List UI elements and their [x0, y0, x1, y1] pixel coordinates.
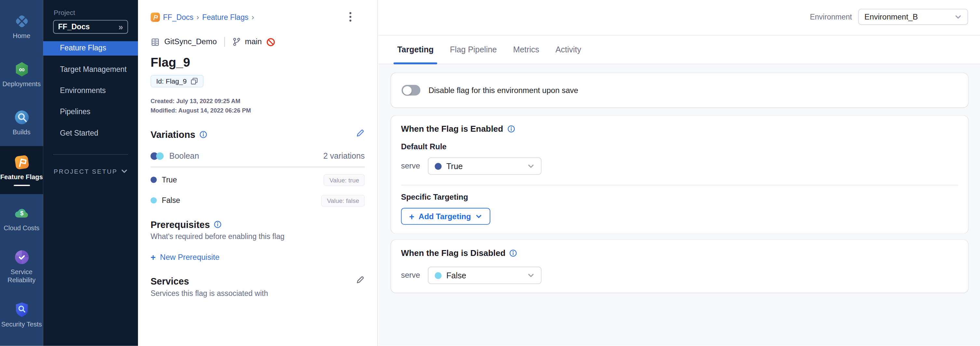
- git-sync-blocked-icon: [266, 37, 275, 46]
- edit-services-button[interactable]: [355, 275, 365, 287]
- serve-enabled-value: True: [446, 161, 463, 171]
- sidebar-item-pipelines[interactable]: Pipelines: [43, 105, 138, 119]
- environment-selected-value: Environment_B: [864, 12, 918, 21]
- svg-text:∞: ∞: [19, 64, 24, 73]
- variation-false-dot: [434, 272, 441, 279]
- rail-item-cloud-costs[interactable]: $ Cloud Costs: [0, 194, 43, 242]
- variation-type-row: Boolean 2 variations: [151, 151, 365, 160]
- specific-targeting-label: Specific Targeting: [401, 193, 958, 202]
- disabled-serve-row: serve False: [401, 267, 958, 284]
- sidebar-item-feature-flags[interactable]: Feature Flags: [43, 41, 138, 56]
- pencil-icon: [355, 275, 365, 285]
- service-reliability-icon: [13, 249, 30, 265]
- breadcrumb-separator: ›: [251, 13, 254, 21]
- deployments-icon: ∞: [13, 61, 30, 77]
- services-title: Services: [151, 276, 189, 286]
- sidebar-item-environments[interactable]: Environments: [43, 84, 138, 98]
- breadcrumb: FF_Docs › Feature Flags ›: [151, 12, 365, 22]
- active-module-underline: [13, 185, 30, 186]
- targeting-pane: Environment Environment_B Targeting Flag…: [379, 0, 980, 346]
- rail-item-service-reliability[interactable]: Service Reliability: [0, 242, 43, 290]
- project-nav-items: Feature Flags Target Management Environm…: [43, 41, 138, 140]
- rail-item-builds[interactable]: Builds: [0, 98, 43, 146]
- variation-name: False: [162, 196, 180, 205]
- environment-select[interactable]: Environment_B: [858, 9, 968, 25]
- chevron-down-icon: [476, 213, 482, 220]
- flag-enabled-title: When the Flag is Enabled: [401, 124, 503, 134]
- git-branch-icon: [232, 37, 240, 46]
- rail-item-deployments[interactable]: ∞ Deployments: [0, 50, 43, 98]
- variation-row-true: True Value: true: [151, 174, 365, 186]
- chevron-down-icon: [527, 271, 534, 279]
- module-rail: Home ∞ Deployments Builds Feature Flags …: [0, 0, 43, 346]
- breadcrumb-project-link[interactable]: FF_Docs: [163, 13, 193, 21]
- project-setup-label: PROJECT SETUP: [54, 167, 118, 174]
- tab-targeting[interactable]: Targeting: [397, 35, 434, 64]
- default-rule-label: Default Rule: [401, 143, 958, 151]
- info-icon[interactable]: [214, 221, 222, 229]
- copy-icon[interactable]: [190, 78, 198, 85]
- repository-icon: [151, 37, 160, 46]
- sidebar-item-target-management[interactable]: Target Management: [43, 62, 138, 77]
- variations-title: Variations: [151, 129, 196, 140]
- environment-header: Environment Environment_B: [379, 0, 980, 35]
- services-subtitle: Services this flag is associated with: [151, 289, 365, 298]
- variation-value-badge: Value: false: [321, 194, 365, 206]
- git-repo-name[interactable]: GitSync_Demo: [164, 37, 217, 46]
- divider: [224, 37, 225, 47]
- project-setup-toggle[interactable]: PROJECT SETUP: [54, 167, 128, 175]
- flag-enabled-card: When the Flag is Enabled Default Rule se…: [391, 116, 968, 233]
- sidebar-item-get-started[interactable]: Get Started: [43, 126, 138, 140]
- serve-enabled-select[interactable]: True: [428, 157, 541, 175]
- disable-flag-card: Disable flag for this environment upon s…: [391, 73, 968, 108]
- svg-text:$: $: [20, 210, 23, 216]
- created-date: Created: July 13, 2022 09:25 AM: [151, 96, 365, 106]
- divider: [151, 167, 365, 167]
- flag-disabled-header: When the Flag is Disabled: [401, 248, 958, 258]
- variation-false-dot: [151, 197, 157, 203]
- info-icon[interactable]: [199, 130, 207, 138]
- rail-item-security-tests[interactable]: Security Tests: [0, 290, 43, 338]
- rail-label: Cloud Costs: [3, 224, 39, 231]
- edit-variations-button[interactable]: [355, 129, 365, 140]
- variation-type-label: Boolean: [169, 151, 199, 160]
- rail-label: Security Tests: [1, 320, 42, 327]
- breadcrumb-separator: ›: [197, 13, 199, 21]
- project-sidebar: Project FF_Docs » Feature Flags Target M…: [43, 0, 138, 346]
- add-targeting-label: Add Targeting: [419, 212, 471, 221]
- flag-id-badge: Id: Flag_9: [151, 75, 204, 87]
- breadcrumb-section-link[interactable]: Feature Flags: [202, 13, 248, 21]
- rail-label: Service Reliability: [3, 268, 40, 284]
- project-selector[interactable]: FF_Docs »: [53, 20, 128, 33]
- project-name: FF_Docs: [58, 22, 90, 31]
- flag-options-menu-button[interactable]: [346, 11, 355, 24]
- flag-id-label: Id: Flag_9: [156, 78, 187, 85]
- disable-flag-toggle[interactable]: [401, 85, 420, 95]
- disable-flag-label: Disable flag for this environment upon s…: [428, 86, 578, 95]
- flag-tabs: Targeting Flag Pipeline Metrics Activity: [379, 35, 980, 64]
- rail-item-feature-flags[interactable]: Feature Flags: [0, 146, 43, 194]
- tab-metrics[interactable]: Metrics: [513, 35, 539, 64]
- info-icon[interactable]: [507, 125, 515, 133]
- serve-disabled-select[interactable]: False: [428, 267, 541, 284]
- tab-activity[interactable]: Activity: [555, 35, 581, 64]
- add-targeting-button[interactable]: + Add Targeting: [401, 208, 490, 225]
- variation-row-false: False Value: false: [151, 195, 365, 206]
- rail-item-home[interactable]: Home: [0, 2, 43, 50]
- feature-flags-icon: [13, 154, 30, 170]
- chevron-down-icon: [527, 162, 534, 170]
- serve-label: serve: [401, 162, 420, 170]
- toggle-knob: [402, 86, 411, 95]
- info-icon[interactable]: [509, 249, 517, 257]
- sidebar-divider: [53, 154, 128, 155]
- rail-label: Deployments: [2, 80, 41, 87]
- prerequisites-subtitle: What's required before enabling this fla…: [151, 232, 365, 241]
- new-prerequisite-button[interactable]: + New Prerequisite: [151, 252, 220, 262]
- prerequisites-header: Prerequisites: [151, 219, 365, 230]
- tab-flag-pipeline[interactable]: Flag Pipeline: [450, 35, 497, 64]
- plus-icon: +: [151, 252, 156, 262]
- git-branch-name[interactable]: main: [245, 37, 262, 46]
- rail-label: Home: [13, 32, 30, 39]
- git-sync-row: GitSync_Demo main: [151, 37, 365, 47]
- double-chevron-icon: »: [118, 22, 123, 32]
